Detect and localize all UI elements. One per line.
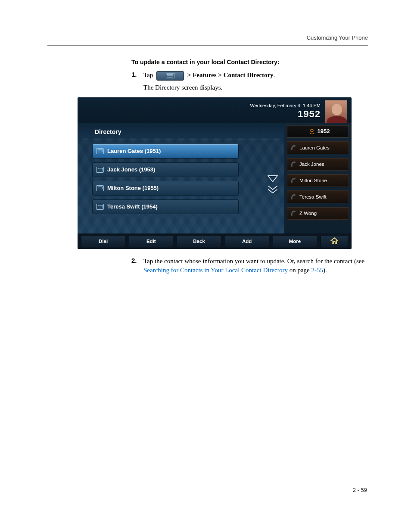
step1-subtext: The Directory screen displays. <box>143 84 368 91</box>
handset-icon <box>289 160 298 168</box>
contact-row-2[interactable]: Milton Stone (1955) <box>92 181 239 196</box>
avatar <box>324 100 348 124</box>
contact-label: Lauren Gates (1951) <box>107 148 161 154</box>
status-time: 1:44 PM <box>303 103 321 108</box>
contact-label: Milton Stone (1955) <box>107 185 159 191</box>
double-chevron-down-icon[interactable] <box>267 185 278 195</box>
sidebar-label: 1952 <box>318 128 330 134</box>
softkey-edit[interactable]: Edit <box>129 235 173 247</box>
step2-text-c: ). <box>323 267 327 274</box>
svg-point-5 <box>311 129 313 132</box>
handset-icon <box>289 193 298 200</box>
contact-card-icon <box>96 185 104 191</box>
softkey-more[interactable]: More <box>273 235 317 247</box>
contact-row-1[interactable]: Jack Jones (1953) <box>92 162 239 177</box>
sidebar-item-line[interactable]: 1952 <box>287 125 349 138</box>
step-2: 2. Tap the contact whose information you… <box>131 257 368 276</box>
phone-statusbar: Wednesday, February 4 1:44 PM 1952 <box>78 97 352 123</box>
step2-page-ref[interactable]: 2-55 <box>311 267 324 274</box>
phone-screenshot: Wednesday, February 4 1:44 PM 1952 Direc… <box>78 97 352 249</box>
sidebar-label: Milton Stone <box>299 178 327 183</box>
home-icon <box>330 236 339 246</box>
status-date: Wednesday, February 4 <box>250 103 300 108</box>
contact-card-icon <box>96 167 104 173</box>
page-header-section: Customizing Your Phone <box>47 34 368 41</box>
sidebar-label: Jack Jones <box>299 162 324 167</box>
step-2-body: Tap the contact whose information you wa… <box>143 257 368 276</box>
softkey-bar: Dial Edit Back Add More <box>78 233 352 249</box>
handset-icon <box>289 176 298 184</box>
scroll-arrows <box>267 175 278 195</box>
contact-label: Jack Jones (1953) <box>107 166 155 173</box>
chevron-down-icon[interactable] <box>267 175 278 183</box>
softkey-back[interactable]: Back <box>177 235 221 247</box>
step1-path: > Features > Contact Directory <box>187 72 274 78</box>
step-number: 2. <box>131 257 143 276</box>
contact-row-3[interactable]: Teresa Swift (1954) <box>92 199 239 214</box>
handset-icon <box>289 143 298 151</box>
directory-title: Directory <box>92 126 279 140</box>
contact-label: Teresa Swift (1954) <box>107 203 158 210</box>
sidebar-label: Z Wong <box>299 211 317 216</box>
softkey-dial[interactable]: Dial <box>81 235 125 247</box>
main-pane: Directory Lauren Gates (1951) Jack Jones… <box>78 123 284 233</box>
step-number: 1. <box>131 71 143 81</box>
step2-text-b: on page <box>288 267 311 274</box>
sidebar-item-contact-3[interactable]: Milton Stone <box>287 174 349 187</box>
person-line-icon <box>309 128 315 134</box>
section-title: To update a contact in your local Contac… <box>131 59 368 65</box>
sidebar: 1952 Lauren Gates Jack Jones <box>284 123 352 233</box>
sidebar-label: Teresa Swift <box>299 194 327 199</box>
contact-row-0[interactable]: Lauren Gates (1951) <box>92 144 239 159</box>
sidebar-item-contact-1[interactable]: Lauren Gates <box>287 141 349 154</box>
sidebar-item-contact-2[interactable]: Jack Jones <box>287 158 349 171</box>
status-extension: 1952 <box>250 109 321 120</box>
contact-card-icon <box>96 204 104 210</box>
menu-icon <box>156 71 184 81</box>
step1-trail: . <box>274 72 275 78</box>
contact-card-icon <box>96 148 104 154</box>
handset-icon <box>289 209 298 217</box>
softkey-add[interactable]: Add <box>225 235 269 247</box>
svg-marker-4 <box>268 176 277 182</box>
page-number: 2 - 59 <box>353 487 367 493</box>
sidebar-item-contact-5[interactable]: Z Wong <box>287 207 349 220</box>
header-rule <box>47 45 368 46</box>
step2-text-a: Tap the contact whose information you wa… <box>143 258 364 264</box>
sidebar-label: Lauren Gates <box>299 145 330 150</box>
step-1: 1. Tap > Features > Contact Directory. <box>131 71 368 81</box>
step2-link[interactable]: Searching for Contacts in Your Local Con… <box>143 267 288 274</box>
softkey-home[interactable] <box>321 235 348 247</box>
step1-lead: Tap <box>143 72 153 78</box>
step-1-body: Tap > Features > Contact Directory. <box>143 71 275 81</box>
sidebar-item-contact-4[interactable]: Teresa Swift <box>287 190 349 203</box>
